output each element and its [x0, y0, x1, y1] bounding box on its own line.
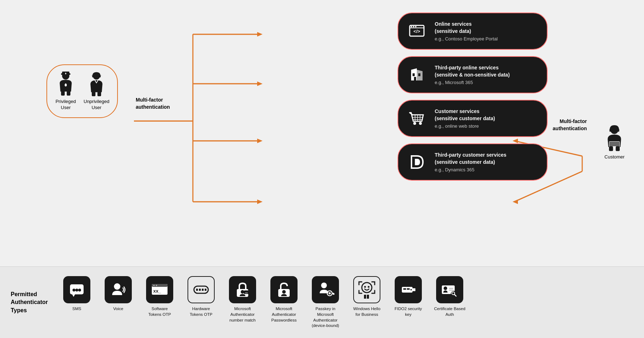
svg-rect-63 [205, 289, 206, 291]
svg-point-69 [282, 290, 286, 294]
svg-point-87 [410, 289, 412, 290]
auth-fido2: FIDO2 securitykey [392, 276, 424, 317]
software-tokens-label: SoftwareTokens OTP [148, 306, 171, 317]
svg-rect-79 [364, 295, 366, 297]
unprivileged-user-icon [86, 72, 107, 97]
service-customer-sub: e.g., online web store [435, 123, 495, 129]
users-group: PrivilegedUser UnprivilegedUser [46, 64, 118, 118]
main-container: PrivilegedUser UnprivilegedUser [0, 0, 644, 338]
svg-rect-32 [418, 73, 420, 76]
cart-icon-wrap [405, 107, 428, 130]
service-customer-title: Customer services(sensitive customer dat… [435, 108, 495, 122]
customer-label: Customer [604, 154, 624, 160]
service-online-text: Online services(sensitive data) e.g., Co… [435, 21, 498, 41]
svg-rect-62 [202, 289, 204, 291]
svg-point-53 [114, 283, 120, 290]
service-third-party-online-text: Third-party online services(sensitive & … [435, 64, 510, 85]
bottom-bar: PermittedAuthenticatorTypes SMS [0, 266, 644, 338]
mfa-label-right: Multi-factorauthentication [540, 118, 587, 132]
svg-point-28 [413, 26, 414, 28]
svg-rect-31 [413, 73, 415, 76]
certificate-label: Certificate BasedAuth [434, 306, 465, 317]
auth-hardware-tokens: HardwareTokens OTP [185, 276, 217, 317]
diagram-area: PrivilegedUser UnprivilegedUser [0, 0, 644, 266]
service-third-party-online-title: Third-party online services(sensitive & … [435, 64, 510, 78]
privileged-user: PrivilegedUser [55, 72, 76, 111]
hardware-tokens-label: HardwareTokens OTP [190, 306, 212, 317]
dynamics-icon-wrap [405, 151, 428, 173]
privileged-user-label: PrivilegedUser [55, 99, 76, 111]
service-customer-text: Customer services(sensitive customer dat… [435, 108, 495, 128]
sms-icon [63, 276, 90, 303]
svg-point-57 [156, 285, 157, 286]
mfa-label-left: Multi-factorauthentication [136, 97, 186, 111]
dynamics-icon [408, 153, 426, 171]
service-online-sub: e.g., Contoso Employee Portal [435, 36, 498, 41]
cart-icon [408, 109, 426, 128]
auth-ms-number: xx MicrosoftAuthenticatornumber match [226, 276, 259, 323]
svg-text:xx_: xx_ [153, 288, 161, 294]
svg-rect-84 [413, 288, 415, 291]
auth-windows-hello: Windows Hellofor Business [351, 276, 383, 317]
auth-voice: Voice [102, 276, 134, 312]
service-third-party-online: Third-party online services(sensitive & … [398, 56, 548, 93]
service-third-party-customer-text: Third-party customer services(sensitive … [435, 152, 506, 172]
svg-point-36 [419, 122, 422, 125]
sms-label: SMS [73, 306, 81, 312]
svg-point-35 [413, 122, 416, 125]
software-token-icon: xx_ [146, 276, 173, 303]
svg-rect-60 [196, 289, 198, 291]
svg-point-72 [329, 292, 331, 294]
svg-rect-81 [364, 297, 366, 299]
service-online: </> Online services(sensitive data) e.g.… [398, 13, 548, 50]
svg-point-89 [444, 286, 447, 290]
auth-types-row: SMS Voice [61, 276, 633, 328]
svg-point-76 [362, 283, 372, 293]
svg-point-51 [78, 289, 81, 292]
svg-marker-9 [257, 200, 263, 204]
service-online-title: Online services(sensitive data) [435, 21, 498, 35]
voice-label: Voice [113, 306, 123, 312]
svg-rect-44 [609, 142, 619, 146]
svg-rect-21 [67, 91, 70, 95]
service-third-party-customer-sub: e.g., Dynamics 365 [435, 167, 506, 172]
svg-text:xx: xx [245, 292, 248, 294]
svg-point-65 [241, 290, 244, 294]
services-column: </> Online services(sensitive data) e.g.… [398, 13, 548, 181]
svg-point-49 [73, 289, 75, 292]
service-third-party-customer-title: Third-party customer services(sensitive … [435, 152, 506, 166]
auth-ms-passwordless: MicrosoftAuthenticatorPasswordless [268, 276, 300, 323]
svg-rect-46 [609, 146, 613, 151]
fido2-icon [395, 276, 422, 303]
fido2-label: FIDO2 securitykey [395, 306, 422, 317]
unprivileged-user: UnprivilegedUser [84, 72, 109, 111]
svg-rect-85 [403, 288, 406, 290]
passkey-icon [312, 276, 339, 303]
svg-point-77 [364, 286, 366, 288]
svg-rect-23 [92, 92, 95, 96]
svg-point-78 [368, 286, 370, 288]
svg-point-50 [75, 289, 78, 292]
svg-point-27 [411, 26, 412, 28]
certificate-icon [436, 276, 463, 303]
code-icon-wrap: </> [405, 20, 428, 43]
svg-rect-61 [199, 289, 201, 291]
hardware-token-icon [188, 276, 215, 303]
ms-auth-passwordless-label: MicrosoftAuthenticatorPasswordless [271, 306, 297, 323]
office-icon [408, 66, 425, 83]
auth-passkey: Passkey inMicrosoftAuthenticator(device-… [309, 276, 341, 328]
customer-icon [603, 125, 626, 152]
ms-auth-passwordless-icon [270, 276, 298, 303]
service-third-party-customer: Third-party customer services(sensitive … [398, 143, 548, 181]
auth-software-tokens: xx_ SoftwareTokens OTP [144, 276, 176, 317]
windows-hello-icon [353, 276, 380, 303]
auth-sms: SMS [61, 276, 93, 312]
svg-point-70 [321, 283, 327, 288]
voice-icon [105, 276, 132, 303]
svg-marker-7 [257, 138, 263, 143]
svg-marker-3 [257, 32, 263, 36]
service-third-party-online-sub: e.g., Microsoft 365 [435, 80, 510, 85]
svg-rect-80 [367, 295, 369, 297]
ms-auth-number-icon: xx [229, 276, 256, 303]
svg-rect-86 [407, 288, 410, 290]
